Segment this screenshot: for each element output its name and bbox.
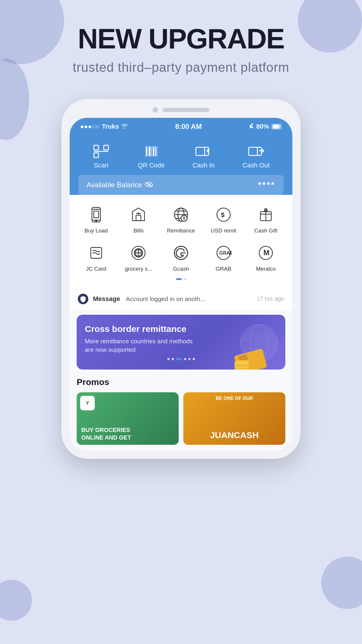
service-grocery[interactable]: grocery s... <box>118 240 159 275</box>
svg-text:$: $ <box>183 216 185 220</box>
promo-juancash[interactable]: BE ONE OF OUR JUANCASH <box>183 392 285 445</box>
remittance-icon: $ <box>171 204 191 225</box>
page-dot-2 <box>184 278 186 280</box>
balance-bar: Available Balance **** <box>78 175 284 195</box>
service-meralco[interactable]: M Meralco <box>245 240 287 275</box>
svg-point-27 <box>96 221 97 222</box>
phone-dot <box>153 107 158 113</box>
promos-section: Promos Y BUY GROCERIESONLINE AND GET BE … <box>70 374 292 451</box>
service-usd-remit[interactable]: $ USD remit <box>203 202 244 237</box>
banner-card[interactable]: Cross border remittance More remittance … <box>77 315 285 370</box>
svg-rect-4 <box>104 145 108 150</box>
services-section: Buy Load <box>70 195 292 288</box>
svg-rect-43 <box>91 247 101 258</box>
grocery-icon <box>128 242 149 263</box>
bluetooth-icon <box>249 123 254 131</box>
bg-decoration-5 <box>0 580 32 621</box>
phone-mockup: ●●●○○ Truks 8:00 AM 80% <box>61 99 301 459</box>
cash-out-action[interactable]: Cash Out <box>242 144 270 169</box>
buy-load-icon <box>86 204 107 225</box>
grab-icon: GRAB <box>213 242 234 263</box>
scan-icon <box>92 144 110 159</box>
promos-title: Promos <box>77 377 285 387</box>
battery-percent: 80% <box>256 123 269 130</box>
message-badge <box>78 294 88 304</box>
banner-image <box>224 320 285 370</box>
qr-code-icon <box>143 144 160 159</box>
gcash-label: Gcash <box>173 266 189 272</box>
app-content: Buy Load <box>70 195 292 451</box>
signal-dots: ●●●○○ <box>80 123 99 130</box>
service-bills[interactable]: Bills <box>118 202 159 237</box>
phone-top-bar <box>70 107 292 113</box>
cash-out-label: Cash Out <box>242 162 270 169</box>
message-content: Account logged in on anoth... <box>126 295 252 302</box>
promo-grocery-logo: Y <box>80 396 95 410</box>
services-grid: Buy Load <box>75 202 287 275</box>
main-title: NEW UPGRADE <box>0 23 362 54</box>
cash-in-icon <box>195 144 212 159</box>
svg-rect-5 <box>94 153 99 158</box>
battery-icon <box>271 124 282 130</box>
service-jc-card[interactable]: JC Card <box>75 240 117 275</box>
status-right: 80% <box>249 123 282 131</box>
grocery-label: grocery s... <box>125 266 152 272</box>
banner-subtitle: More remittance countries and methods ar… <box>85 337 200 354</box>
svg-rect-3 <box>94 145 99 150</box>
phone-speaker <box>163 108 209 112</box>
banner-dot-2 <box>172 358 174 360</box>
meralco-label: Meralco <box>256 266 276 272</box>
jc-card-label: JC Card <box>86 266 106 272</box>
app-header: Scan <box>70 135 292 195</box>
service-cash-gift[interactable]: Cash Gift <box>245 202 287 237</box>
service-buy-load[interactable]: Buy Load <box>75 202 117 237</box>
svg-point-63 <box>234 360 249 365</box>
cash-gift-icon <box>255 204 276 225</box>
buy-load-label: Buy Load <box>85 228 108 234</box>
message-bar[interactable]: Message Account logged in on anoth... 17… <box>70 288 292 310</box>
remittance-label: Remittance <box>167 228 195 234</box>
svg-text:$: $ <box>221 211 224 218</box>
status-bar: ●●●○○ Truks 8:00 AM 80% <box>70 118 292 135</box>
sub-title: trusted third–party payment platform <box>0 60 362 75</box>
page-dot-1 <box>176 278 182 280</box>
svg-rect-14 <box>196 147 209 155</box>
eye-icon[interactable] <box>145 181 153 189</box>
page-indicator <box>75 275 287 285</box>
promos-grid: Y BUY GROCERIESONLINE AND GET BE ONE OF … <box>77 392 285 445</box>
svg-rect-28 <box>136 215 141 221</box>
phone-outer: ●●●○○ Truks 8:00 AM 80% <box>61 99 301 459</box>
svg-rect-1 <box>279 126 280 127</box>
cash-in-label: Cash In <box>192 162 215 169</box>
banner-dot-5 <box>188 358 191 360</box>
qr-code-action[interactable]: QR Code <box>138 144 165 169</box>
quick-actions: Scan <box>78 141 284 175</box>
cash-in-action[interactable]: Cash In <box>192 144 215 169</box>
scan-label: Scan <box>94 162 108 169</box>
usd-remit-label: USD remit <box>211 228 236 234</box>
svg-rect-18 <box>249 147 261 155</box>
scan-action[interactable]: Scan <box>92 144 110 169</box>
service-remittance[interactable]: $ Remittance <box>160 202 202 237</box>
carrier-name: Truks <box>102 123 119 130</box>
service-gcash[interactable]: Gcash <box>160 240 202 275</box>
meralco-icon: M <box>255 242 276 263</box>
usd-remit-icon: $ <box>213 204 234 225</box>
status-left: ●●●○○ Truks <box>80 123 128 130</box>
promo-grocery[interactable]: Y BUY GROCERIESONLINE AND GET <box>77 392 179 445</box>
cash-out-icon <box>247 144 265 159</box>
cash-gift-label: Cash Gift <box>254 228 277 234</box>
bg-decoration-4 <box>321 556 362 609</box>
balance-amount: **** <box>258 180 275 190</box>
service-grab[interactable]: GRAB GRAB <box>203 240 244 275</box>
phone-screen: ●●●○○ Truks 8:00 AM 80% <box>70 118 292 451</box>
banner-dot-1 <box>167 358 170 360</box>
svg-text:M: M <box>263 249 270 257</box>
bills-icon <box>128 204 149 225</box>
banner-dot-4 <box>184 358 186 360</box>
promo-grocery-text: BUY GROCERIESONLINE AND GET <box>81 426 131 441</box>
banner-section: Cross border remittance More remittance … <box>70 310 292 374</box>
header-section: NEW UPGRADE trusted third–party payment … <box>0 23 362 75</box>
banner-dot-3 <box>176 358 182 360</box>
banner-dot-6 <box>193 358 195 360</box>
